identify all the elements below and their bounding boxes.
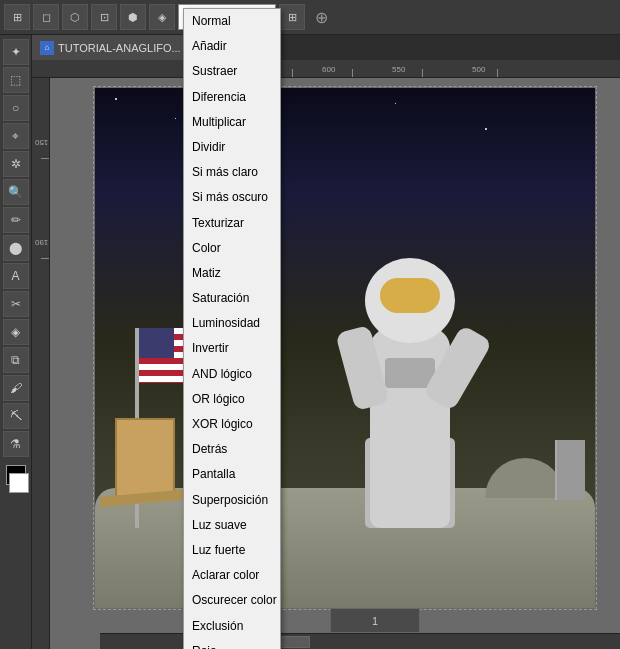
tool-heal[interactable]: ⧉ (3, 347, 29, 373)
equipment-pole (555, 440, 585, 500)
blend-mode-item-color[interactable]: Color (184, 236, 280, 261)
blend-mode-item-luminosidad[interactable]: Luminosidad (184, 311, 280, 336)
blend-mode-item-detrás[interactable]: Detrás (184, 437, 280, 462)
blend-mode-item-matiz[interactable]: Matiz (184, 261, 280, 286)
tool-pointer[interactable]: ✦ (3, 39, 29, 65)
tool-scissors[interactable]: ✂ (3, 291, 29, 317)
blend-mode-item-rojo[interactable]: Rojo (184, 639, 280, 649)
moon-scene (95, 88, 595, 608)
tool-color-picker[interactable]: ⚗ (3, 431, 29, 457)
tool-pencil[interactable]: ✏ (3, 207, 29, 233)
blend-mode-dropdown-menu: NormalAñadirSustraerDiferenciaMultiplica… (183, 8, 281, 649)
blend-mode-item-xor-lógico[interactable]: XOR lógico (184, 412, 280, 437)
blend-mode-item-luz-suave[interactable]: Luz suave (184, 513, 280, 538)
tool-select-ellipse[interactable]: ○ (3, 95, 29, 121)
ruler-vertical: 150 190 (32, 78, 50, 649)
blend-mode-item-invertir[interactable]: Invertir (184, 336, 280, 361)
tool-brush[interactable]: ⬤ (3, 235, 29, 261)
blend-mode-item-si-más-claro[interactable]: Si más claro (184, 160, 280, 185)
toolbar-icon-4[interactable]: ⊡ (91, 4, 117, 30)
toolbar-icon-2[interactable]: ◻ (33, 4, 59, 30)
toolbar-icon-1[interactable]: ⊞ (4, 4, 30, 30)
tool-zoom[interactable]: 🔍 (3, 179, 29, 205)
toolbar-icon-3[interactable]: ⬡ (62, 4, 88, 30)
page-indicator: 1 (330, 608, 420, 633)
tool-clone[interactable]: ◈ (3, 319, 29, 345)
astronaut (345, 248, 475, 528)
tab-bar: ⌂ TUTORIAL-ANAGLIFO... (32, 35, 620, 60)
toolbar-icon-7[interactable]: ⊞ (279, 4, 305, 30)
top-toolbar: ⊞ ◻ ⬡ ⊡ ⬢ ◈ Normal ⊞ ⊕ (0, 0, 620, 35)
ruler-v-label-190: 190 (35, 238, 48, 247)
blend-mode-item-saturación[interactable]: Saturación (184, 286, 280, 311)
tab-main[interactable]: ⌂ TUTORIAL-ANAGLIFO... (32, 35, 190, 60)
blend-mode-item-si-más-oscuro[interactable]: Si más oscuro (184, 185, 280, 210)
tool-lasso[interactable]: ⌖ (3, 123, 29, 149)
ruler-v-label-150: 150 (35, 138, 48, 147)
ruler-h-label-600: 600 (322, 65, 335, 74)
add-layer-icon[interactable]: ⊕ (308, 4, 334, 30)
blend-mode-item-diferencia[interactable]: Diferencia (184, 85, 280, 110)
ruler-h-label-550: 550 (392, 65, 405, 74)
lunar-equipment (115, 418, 175, 498)
blend-mode-item-dividir[interactable]: Dividir (184, 135, 280, 160)
blend-mode-item-oscurecer-color[interactable]: Oscurecer color (184, 588, 280, 613)
ruler-horizontal: 750 650 600 550 500 (32, 60, 620, 78)
tool-select-rect[interactable]: ⬚ (3, 67, 29, 93)
tab-title: TUTORIAL-ANAGLIFO... (58, 42, 181, 54)
left-toolbar: ✦ ⬚ ○ ⌖ ✲ 🔍 ✏ ⬤ A ✂ ◈ ⧉ 🖌 ⛏ ⚗ (0, 35, 32, 649)
tool-text[interactable]: A (3, 263, 29, 289)
page-number: 1 (372, 615, 378, 627)
blend-mode-item-texturizar[interactable]: Texturizar (184, 211, 280, 236)
blend-mode-item-aclarar-color[interactable]: Aclarar color (184, 563, 280, 588)
blend-mode-item-or-lógico[interactable]: OR lógico (184, 387, 280, 412)
tool-paint-bucket[interactable]: 🖌 (3, 375, 29, 401)
canvas-area: 1 (50, 78, 620, 649)
blend-mode-item-sustraer[interactable]: Sustraer (184, 59, 280, 84)
moon-hill (485, 458, 565, 498)
blend-mode-item-luz-fuerte[interactable]: Luz fuerte (184, 538, 280, 563)
blend-mode-item-añadir[interactable]: Añadir (184, 34, 280, 59)
blend-mode-item-superposición[interactable]: Superposición (184, 488, 280, 513)
astronaut-body (370, 328, 450, 528)
astronaut-helmet (365, 258, 455, 343)
canvas-image[interactable] (95, 88, 595, 608)
toolbar-icon-5[interactable]: ⬢ (120, 4, 146, 30)
tab-home-icon: ⌂ (40, 41, 54, 55)
blend-mode-item-normal[interactable]: Normal (184, 9, 280, 34)
tool-smudge[interactable]: ⛏ (3, 403, 29, 429)
tool-magic-wand[interactable]: ✲ (3, 151, 29, 177)
ruler-h-label-500: 500 (472, 65, 485, 74)
tool-background-color[interactable] (9, 473, 29, 493)
blend-mode-item-exclusión[interactable]: Exclusión (184, 614, 280, 639)
scrollbar-horizontal[interactable] (100, 633, 620, 649)
blend-mode-item-multiplicar[interactable]: Multiplicar (184, 110, 280, 135)
blend-mode-item-pantalla[interactable]: Pantalla (184, 462, 280, 487)
toolbar-icon-6[interactable]: ◈ (149, 4, 175, 30)
blend-mode-item-and-lógico[interactable]: AND lógico (184, 362, 280, 387)
